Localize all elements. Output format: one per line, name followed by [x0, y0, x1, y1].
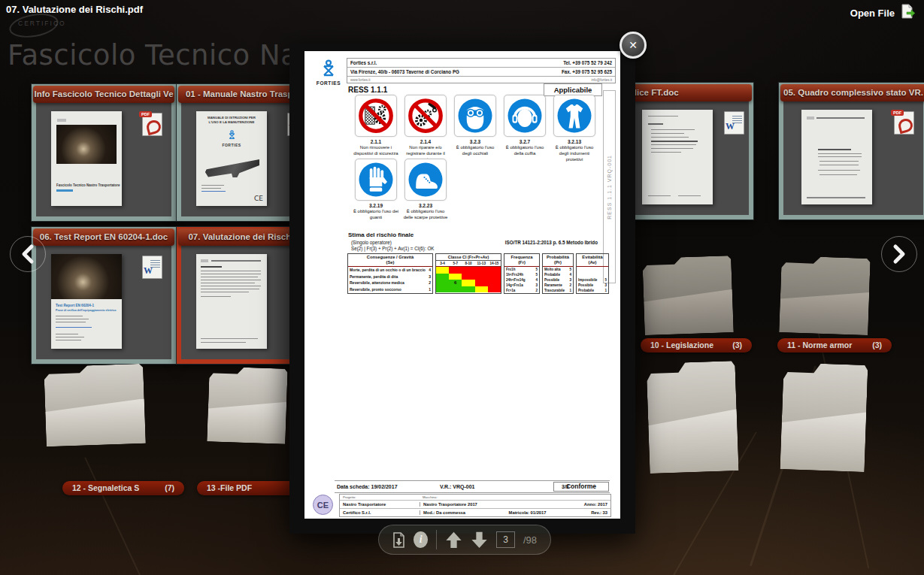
- folder-unlabeled[interactable]: [780, 362, 868, 472]
- ce-mark-small: CE: [254, 195, 263, 202]
- open-file-button[interactable]: Open File: [850, 4, 915, 22]
- matricola-value: Matricola: 01/2017: [506, 510, 592, 515]
- card-title: 05. Quadro complessivo stato VR.: [780, 84, 924, 101]
- company-fax: Fax. +39 075 52 95 625: [562, 69, 612, 74]
- anno-value: Anno: 2017: [584, 502, 610, 507]
- pdf-page: FORTIES Forties s.r.l.Tel. +39 075 52 79…: [304, 51, 620, 519]
- folder-label-norme[interactable]: 11 - Norme armor(3): [777, 338, 892, 353]
- folder-count: (7): [165, 481, 174, 495]
- pictogram-safety-shoes: 3.2.23 È obbligatorio l'uso delle scarpe…: [402, 159, 449, 221]
- company-address: Via Firenze, 40/b - 06073 Taverne di Cor…: [350, 69, 459, 74]
- close-button[interactable]: ✕: [620, 32, 647, 59]
- mandatory-clothing-icon: [556, 98, 592, 134]
- macchina-label: Macchina:: [423, 495, 438, 499]
- rev-value: Rev.: 33: [591, 510, 610, 515]
- company-name: Forties s.r.l.: [350, 60, 377, 65]
- card-info-fascicolo[interactable]: Info Fascicolo Tecnico Dettagli Ve Fasci…: [32, 84, 176, 221]
- card-test-report[interactable]: 06. Test Report EN 60204-1.doc Test Repo…: [32, 227, 176, 364]
- arrow-down-icon: [471, 531, 488, 549]
- word-file-icon: W: [142, 256, 162, 279]
- chevron-left-icon: [20, 244, 35, 265]
- folder-label-text: 10 - Legislazione: [650, 338, 713, 353]
- document-thumbnail: Test Report EN 60204-1 Prove di verifica…: [51, 254, 122, 349]
- certifico-logo: CERTIFICO: [9, 12, 74, 38]
- open-file-label: Open File: [850, 8, 895, 19]
- pdf-data-row: Data scheda: 19/02/2017 V.R.: VRQ-001 3/…: [335, 480, 610, 493]
- mandatory-goggles-icon: [457, 98, 493, 134]
- folder-file-pdf[interactable]: [207, 366, 287, 444]
- thumb-caption: Fascicolo Tecnico Nastro Trasportatore: [56, 183, 120, 187]
- carousel-next-button[interactable]: [881, 236, 917, 272]
- page-number-input[interactable]: 3: [496, 531, 515, 548]
- toolbar-divider: [436, 530, 437, 549]
- company-website: www.forties.it: [350, 78, 371, 82]
- carousel-prev-button[interactable]: [10, 236, 46, 272]
- folder-unlabeled[interactable]: [646, 361, 738, 474]
- card-title: Info Fascicolo Tecnico Dettagli Ve: [33, 86, 174, 103]
- pictogram-ear-protection: 3.2.7 È obbligatorio l'uso della cuffia: [501, 95, 548, 157]
- company-tel: Tel. +39 075 52 79 242: [563, 60, 612, 65]
- forties-logo-small: FORTIES: [196, 129, 267, 147]
- chevron-right-icon: [892, 244, 907, 265]
- branch-decoration: [84, 457, 143, 575]
- footer-company: Certifico S.r.l.: [340, 510, 420, 515]
- pdf-header-table: Forties s.r.l.Tel. +39 075 52 79 242 Via…: [347, 58, 616, 83]
- ce-mark-icon: CE: [313, 495, 333, 515]
- card-title: 06. Test Report EN 60204-1.doc: [33, 228, 174, 246]
- folder-label-legislazione[interactable]: 10 - Legislazione(3): [641, 338, 752, 353]
- pictogram-goggles: 3.2.3 È obbligatorio l'uso degli occhial…: [452, 95, 498, 157]
- page-up-button[interactable]: [445, 531, 462, 549]
- download-icon: [392, 532, 405, 548]
- risk-formula: Se(2) | Fr(3) + Pr(2) + Av(1) = Cl(6): O…: [351, 246, 435, 251]
- page-total: /98: [523, 534, 537, 546]
- risk-matrix-cells: 6: [436, 267, 501, 292]
- arrow-up-icon: [445, 531, 462, 549]
- document-thumbnail: Fascicolo Tecnico Nastro Trasportatore: [51, 111, 122, 206]
- document-thumbnail: [196, 254, 267, 349]
- folder-legislazione[interactable]: [642, 256, 733, 335]
- certifico-logo-text: CERTIFICO: [18, 20, 66, 27]
- pdf-file-icon: PDF: [894, 111, 914, 135]
- macchina-value: Nastro Trasportatore 2017: [420, 502, 584, 507]
- mandatory-shoes-icon: [407, 162, 444, 198]
- mandatory-gloves-icon: [358, 162, 394, 198]
- word-file-icon: W: [724, 111, 744, 135]
- pdf-footer-table: Progetto: Macchina: Nastro Trasportatore…: [339, 494, 611, 517]
- open-file-icon: [900, 4, 915, 22]
- pictogram-protective-clothing: 3.2.13 È obbligatorio l'uso degli indume…: [551, 95, 598, 162]
- folder-label-text: 13 -File PDF: [207, 481, 252, 495]
- risk-method: ISO/TR 14121-2:2013 p. 6.5 Metodo Ibrido: [505, 240, 598, 245]
- folder-segnaletica[interactable]: [44, 364, 146, 447]
- company-email: info@forties.it: [591, 78, 612, 82]
- folder-count: (3): [732, 338, 742, 353]
- pdf-file-icon: PDF: [142, 113, 162, 136]
- progetto-label: Progetto:: [343, 495, 356, 499]
- info-button[interactable]: i: [414, 531, 428, 548]
- forties-logo: FORTIES: [311, 59, 347, 86]
- progetto-value: Nastro Trasportatore: [340, 502, 420, 507]
- conforme-box: Conforme: [553, 482, 609, 492]
- document-thumbnail: [642, 110, 713, 204]
- folder-label-file-pdf[interactable]: 13 -File PDF(8: [197, 481, 299, 495]
- page-down-button[interactable]: [471, 531, 488, 549]
- mod-value: Mod.: Da commessa: [420, 510, 506, 515]
- viewer-toolbar: i 3 /98: [378, 525, 551, 555]
- risk-section-title: Stima del rischio finale: [348, 232, 414, 238]
- conveyor-graphic: [204, 158, 259, 177]
- sheet-date: Data scheda: 19/02/2017: [337, 484, 398, 489]
- risk-note-operator: (Singolo operatore): [351, 240, 392, 245]
- folder-norme[interactable]: [779, 256, 870, 335]
- pictogram-gloves: 3.2.19 È obbligatorio l'uso dei guanti: [353, 159, 399, 221]
- vr-code: V.R.: VRQ-001: [440, 484, 474, 489]
- document-thumbnail: MANUALE DI ISTRUZIONI PER L'USO E LA MAN…: [196, 111, 267, 206]
- pictogram-no-repair-in-motion: 2.1.4 Non riparare e/o registrare durant…: [402, 95, 449, 162]
- prohibition-gears-icon: [358, 98, 394, 134]
- folder-label-text: 12 - Segnaletica S: [72, 481, 139, 495]
- info-icon: i: [420, 534, 423, 546]
- mandatory-ear-protection-icon: [507, 98, 543, 134]
- card-quadro-complessivo[interactable]: 05. Quadro complessivo stato VR. PDF: [779, 83, 924, 219]
- forties-logo-text: FORTIES: [311, 80, 347, 86]
- folder-label-segnaletica[interactable]: 12 - Segnaletica S(7): [62, 481, 184, 495]
- folder-count: (3): [872, 338, 882, 353]
- download-button[interactable]: [392, 532, 405, 548]
